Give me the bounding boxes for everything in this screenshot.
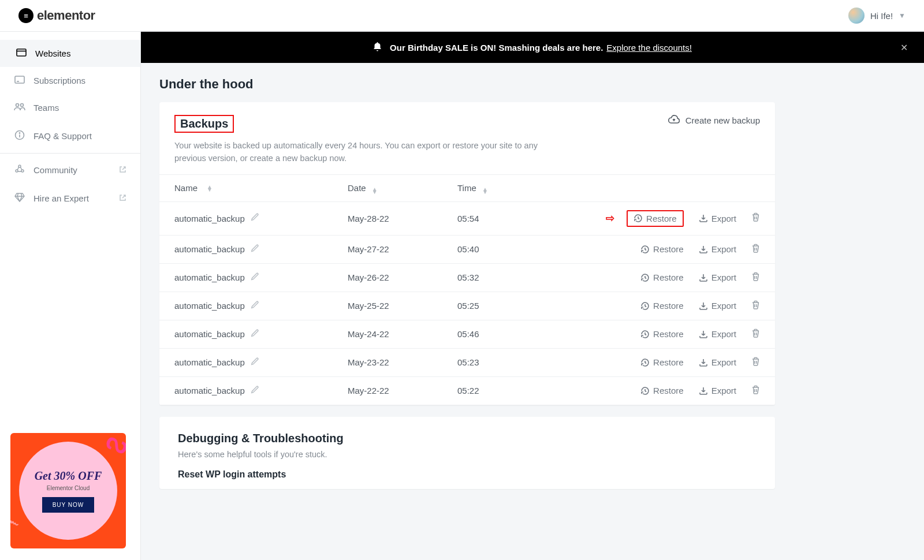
delete-button[interactable] [751, 244, 760, 255]
promo-card[interactable]: ෴ ᔓ Get 30% OFF Elementor Cloud BUY NOW [10, 433, 126, 548]
sidebar-item-label: Teams [33, 103, 59, 113]
logo[interactable]: ≡ elementor [18, 8, 95, 23]
page-title: Under the hood [159, 77, 775, 92]
backup-name: automatic_backup [174, 329, 245, 339]
export-button[interactable]: Export [699, 301, 736, 311]
backups-table[interactable]: Name ▲▼ Date ▲▼ Time ▲▼ automati [159, 174, 775, 405]
sidebar-item-websites[interactable]: Websites [0, 40, 140, 67]
backup-name: automatic_backup [174, 272, 245, 282]
col-header-name[interactable]: Name ▲▼ [174, 183, 348, 193]
restore-button[interactable]: Restore [640, 272, 684, 282]
diamond-icon [14, 193, 25, 204]
promo-banner: Our Birthday SALE is ON! Smashing deals … [141, 32, 924, 63]
table-row: automatic_backup May-22-22 05:22 Restore… [159, 377, 775, 405]
banner-link[interactable]: Explore the discounts! [606, 43, 692, 53]
restore-button[interactable]: Restore [640, 357, 684, 367]
sidebar-item-label: Hire an Expert [33, 193, 89, 203]
edit-icon[interactable] [251, 213, 259, 223]
restore-icon [640, 330, 650, 339]
export-button[interactable]: Export [699, 272, 736, 282]
info-icon [14, 130, 25, 142]
restore-button[interactable]: Restore [640, 244, 684, 254]
close-icon[interactable]: ✕ [900, 42, 908, 53]
sidebar-item-label: Subscriptions [33, 76, 85, 85]
svg-point-4 [16, 104, 19, 107]
promo-headline: Get 30% OFF [35, 469, 102, 483]
window-icon [16, 48, 27, 58]
edit-icon[interactable] [251, 386, 259, 396]
restore-icon [640, 386, 650, 395]
debug-card: Debugging & Troubleshooting Here's some … [159, 417, 775, 489]
backup-time: 05:54 [457, 214, 573, 223]
card-title: Backups [180, 117, 228, 130]
external-link-icon [119, 165, 126, 175]
restore-button[interactable]: Restore [640, 329, 684, 339]
export-button[interactable]: Export [699, 386, 736, 395]
restore-button[interactable]: Restore [640, 386, 684, 395]
edit-icon[interactable] [251, 329, 259, 339]
export-label: Export [711, 301, 736, 311]
export-label: Export [711, 357, 736, 367]
export-button[interactable]: Export [699, 244, 736, 254]
edit-icon[interactable] [251, 272, 259, 283]
user-greeting: Hi Ife! [870, 11, 893, 21]
delete-button[interactable] [751, 300, 760, 312]
backup-time: 05:22 [457, 386, 573, 395]
backup-name: automatic_backup [174, 357, 245, 367]
table-row: automatic_backup May-24-22 05:46 Restore… [159, 320, 775, 349]
backup-time: 05:25 [457, 301, 573, 311]
delete-button[interactable] [751, 272, 760, 283]
restore-icon [634, 214, 643, 223]
backup-time: 05:40 [457, 244, 573, 254]
chevron-down-icon: ▼ [899, 12, 906, 20]
sidebar-item-hire-expert[interactable]: Hire an Expert [0, 184, 140, 212]
backup-name: automatic_backup [174, 301, 245, 311]
export-button[interactable]: Export [699, 214, 736, 223]
restore-button[interactable]: Restore [640, 301, 684, 311]
create-backup-label: Create new backup [685, 115, 760, 125]
sidebar-item-subscriptions[interactable]: Subscriptions [0, 67, 140, 94]
avatar [848, 8, 865, 24]
backup-time: 05:32 [457, 272, 573, 282]
sidebar-item-faq[interactable]: FAQ & Support [0, 121, 140, 151]
export-button[interactable]: Export [699, 357, 736, 367]
export-button[interactable]: Export [699, 329, 736, 339]
edit-icon[interactable] [251, 301, 259, 311]
restore-label: Restore [646, 214, 677, 223]
restore-icon [640, 301, 650, 311]
table-row: automatic_backup May-23-22 05:23 Restore… [159, 349, 775, 377]
table-row: automatic_backup May-28-22 05:54 ⇨Restor… [159, 202, 775, 236]
table-row: automatic_backup May-26-22 05:32 Restore… [159, 264, 775, 292]
promo-buy-button[interactable]: BUY NOW [42, 497, 95, 513]
sidebar-item-community[interactable]: Community [0, 156, 140, 184]
restore-label: Restore [653, 272, 684, 282]
debug-title: Debugging & Troubleshooting [178, 432, 757, 445]
svg-rect-0 [17, 49, 26, 56]
card-description: Your website is backed up automatically … [159, 137, 575, 174]
promo-sub: Elementor Cloud [47, 485, 90, 491]
backup-name: automatic_backup [174, 244, 245, 254]
debug-description: Here's some helpful tools if you're stuc… [178, 450, 757, 459]
restore-label: Restore [653, 329, 684, 339]
col-header-time[interactable]: Time ▲▼ [457, 183, 573, 193]
backup-name: automatic_backup [174, 214, 245, 223]
delete-button[interactable] [751, 385, 760, 397]
sort-icon: ▲▼ [372, 188, 378, 193]
delete-button[interactable] [751, 212, 760, 224]
table-row: automatic_backup May-25-22 05:25 Restore… [159, 292, 775, 320]
col-header-date[interactable]: Date ▲▼ [348, 183, 457, 193]
create-backup-button[interactable]: Create new backup [668, 115, 760, 125]
restore-button[interactable]: Restore [627, 210, 684, 227]
svg-rect-2 [15, 76, 24, 83]
sidebar-item-teams[interactable]: Teams [0, 94, 140, 121]
delete-button[interactable] [751, 328, 760, 340]
backup-date: May-27-22 [348, 244, 457, 254]
edit-icon[interactable] [251, 357, 259, 368]
download-icon [699, 245, 708, 254]
export-label: Export [711, 272, 736, 282]
delete-button[interactable] [751, 357, 760, 368]
user-menu[interactable]: Hi Ife! ▼ [848, 8, 906, 24]
backups-title-highlight: Backups [174, 115, 234, 133]
backup-date: May-28-22 [348, 214, 457, 223]
edit-icon[interactable] [251, 244, 259, 255]
